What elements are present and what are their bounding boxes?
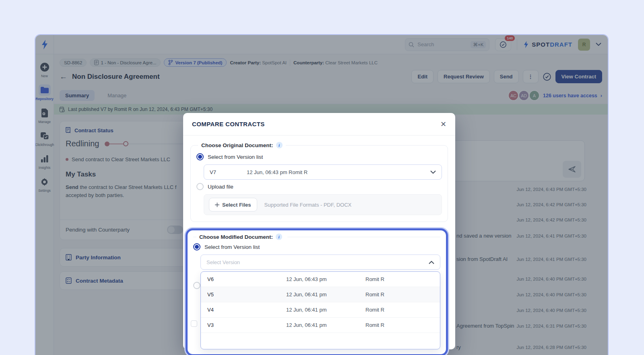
modified-version-select[interactable]: Select Version: [200, 254, 440, 270]
compare-contracts-modal: COMPARE CONTRACTS ✕ Choose Original Docu…: [183, 113, 455, 349]
version-option-v6[interactable]: V6 12 Jun, 06:43 pm Romit R: [201, 272, 440, 287]
chevron-up-icon: [429, 261, 434, 264]
radio-selected-icon[interactable]: [196, 153, 204, 160]
upload-panel: Select Files Supported File Formats - PD…: [204, 194, 442, 215]
version-option-v3[interactable]: V3 12 Jun, 06:41 pm Romit R: [201, 318, 440, 333]
select-version-placeholder: Select Version: [206, 259, 240, 265]
original-version-select[interactable]: V7 12 Jun, 06:43 pm Romit R: [204, 164, 442, 180]
info-icon[interactable]: i: [276, 142, 283, 148]
select-files-button[interactable]: Select Files: [209, 198, 257, 211]
plus-icon: [215, 203, 219, 207]
close-icon[interactable]: ✕: [440, 120, 446, 129]
modified-document-section-highlighted: Choose Modified Document: i Select from …: [186, 228, 448, 355]
original-upload-option[interactable]: Upload file: [196, 183, 442, 190]
modified-legend: Choose Modified Document:: [199, 234, 273, 240]
selected-version: V7: [210, 169, 247, 175]
chevron-down-icon: [430, 170, 436, 174]
radio-unselected-icon[interactable]: [196, 183, 204, 190]
original-version-list-option[interactable]: Select from Version list: [196, 153, 442, 160]
original-document-section: Choose Original Document:i Select from V…: [190, 142, 448, 222]
hidden-upload-radio[interactable]: [193, 282, 200, 289]
version-option-v5[interactable]: V5 12 Jun, 06:41 pm Romit R: [201, 287, 440, 302]
checkbox-icon[interactable]: [191, 320, 197, 327]
original-legend: Choose Original Document:: [201, 142, 273, 148]
modal-title: COMPARE CONTRACTS: [192, 121, 265, 127]
info-icon[interactable]: i: [276, 234, 282, 240]
version-option-v4[interactable]: V4 12 Jun, 06:41 pm Romit R: [201, 302, 440, 318]
supported-formats-hint: Supported File Formats - PDF, DOCX: [264, 202, 352, 208]
version-dropdown-list: V6 12 Jun, 06:43 pm Romit R V5 12 Jun, 0…: [200, 271, 440, 349]
modified-version-list-option[interactable]: Select from Version list: [193, 243, 440, 250]
selected-version-meta: 12 Jun, 06:43 pm Romit R: [247, 169, 308, 175]
radio-selected-icon[interactable]: [193, 243, 200, 250]
